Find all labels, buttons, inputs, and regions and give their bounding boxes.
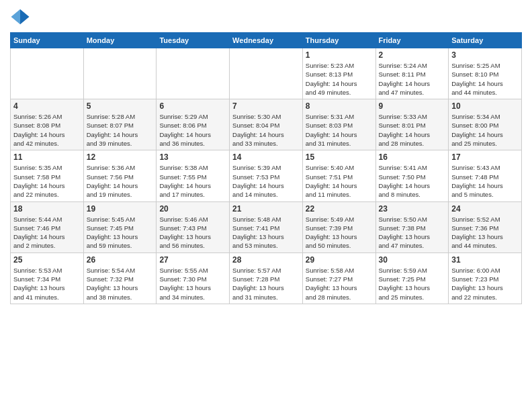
day-cell-28: 28Sunrise: 5:57 AM Sunset: 7:28 PM Dayli… [230, 253, 303, 304]
day-cell-25: 25Sunrise: 5:53 AM Sunset: 7:34 PM Dayli… [11, 253, 84, 304]
day-info-1: Sunrise: 5:23 AM Sunset: 8:13 PM Dayligh… [306, 61, 373, 97]
day-number-8: 8 [306, 101, 373, 111]
weekday-header-friday: Friday [375, 33, 449, 48]
week-row-5: 25Sunrise: 5:53 AM Sunset: 7:34 PM Dayli… [11, 253, 522, 304]
empty-cell [83, 48, 157, 99]
calendar-table: SundayMondayTuesdayWednesdayThursdayFrid… [10, 32, 522, 304]
day-info-31: Sunrise: 6:00 AM Sunset: 7:23 PM Dayligh… [451, 266, 519, 302]
day-info-13: Sunrise: 5:38 AM Sunset: 7:55 PM Dayligh… [159, 163, 226, 199]
day-cell-6: 6Sunrise: 5:29 AM Sunset: 8:06 PM Daylig… [157, 99, 230, 150]
empty-cell [230, 48, 303, 99]
weekday-header-saturday: Saturday [449, 33, 522, 48]
day-info-2: Sunrise: 5:24 AM Sunset: 8:11 PM Dayligh… [379, 61, 446, 97]
day-number-25: 25 [13, 255, 81, 265]
day-info-11: Sunrise: 5:35 AM Sunset: 7:58 PM Dayligh… [13, 163, 81, 199]
day-info-26: Sunrise: 5:54 AM Sunset: 7:32 PM Dayligh… [87, 266, 154, 302]
day-cell-21: 21Sunrise: 5:48 AM Sunset: 7:41 PM Dayli… [230, 201, 303, 253]
day-number-9: 9 [379, 101, 446, 111]
day-info-4: Sunrise: 5:26 AM Sunset: 8:08 PM Dayligh… [13, 112, 81, 148]
day-number-12: 12 [87, 152, 154, 162]
day-cell-2: 2Sunrise: 5:24 AM Sunset: 8:11 PM Daylig… [375, 48, 449, 99]
day-number-27: 27 [159, 255, 226, 265]
calendar-header: SundayMondayTuesdayWednesdayThursdayFrid… [11, 33, 522, 48]
day-info-9: Sunrise: 5:33 AM Sunset: 8:01 PM Dayligh… [379, 112, 446, 148]
day-cell-24: 24Sunrise: 5:52 AM Sunset: 7:36 PM Dayli… [449, 201, 522, 253]
day-number-17: 17 [451, 152, 519, 162]
day-number-11: 11 [13, 152, 81, 162]
day-number-14: 14 [232, 152, 300, 162]
day-info-5: Sunrise: 5:28 AM Sunset: 8:07 PM Dayligh… [87, 112, 154, 148]
day-number-10: 10 [451, 101, 519, 111]
weekday-header-tuesday: Tuesday [157, 33, 230, 48]
day-info-28: Sunrise: 5:57 AM Sunset: 7:28 PM Dayligh… [232, 266, 300, 302]
week-row-1: 1Sunrise: 5:23 AM Sunset: 8:13 PM Daylig… [11, 48, 522, 99]
day-number-6: 6 [159, 101, 226, 111]
logo [10, 7, 33, 27]
day-number-23: 23 [379, 204, 446, 214]
day-cell-23: 23Sunrise: 5:50 AM Sunset: 7:38 PM Dayli… [375, 201, 449, 253]
day-cell-19: 19Sunrise: 5:45 AM Sunset: 7:45 PM Dayli… [83, 201, 157, 253]
header [10, 7, 522, 27]
day-number-5: 5 [87, 101, 154, 111]
day-cell-12: 12Sunrise: 5:36 AM Sunset: 7:56 PM Dayli… [83, 150, 157, 201]
day-info-22: Sunrise: 5:49 AM Sunset: 7:39 PM Dayligh… [306, 215, 373, 250]
day-number-31: 31 [451, 255, 519, 265]
day-info-17: Sunrise: 5:43 AM Sunset: 7:48 PM Dayligh… [451, 163, 519, 199]
day-cell-30: 30Sunrise: 5:59 AM Sunset: 7:25 PM Dayli… [375, 253, 449, 304]
day-number-28: 28 [232, 255, 300, 265]
day-cell-4: 4Sunrise: 5:26 AM Sunset: 8:08 PM Daylig… [11, 99, 84, 150]
svg-marker-1 [11, 9, 21, 25]
day-number-26: 26 [87, 255, 154, 265]
day-number-3: 3 [451, 50, 519, 60]
day-number-1: 1 [306, 50, 373, 60]
day-cell-3: 3Sunrise: 5:25 AM Sunset: 8:10 PM Daylig… [449, 48, 522, 99]
day-info-18: Sunrise: 5:44 AM Sunset: 7:46 PM Dayligh… [13, 215, 81, 250]
day-number-2: 2 [379, 50, 446, 60]
day-number-19: 19 [87, 204, 154, 214]
day-cell-20: 20Sunrise: 5:46 AM Sunset: 7:43 PM Dayli… [157, 201, 230, 253]
day-info-25: Sunrise: 5:53 AM Sunset: 7:34 PM Dayligh… [13, 266, 81, 302]
day-info-20: Sunrise: 5:46 AM Sunset: 7:43 PM Dayligh… [159, 215, 226, 250]
day-info-30: Sunrise: 5:59 AM Sunset: 7:25 PM Dayligh… [379, 266, 446, 302]
day-info-24: Sunrise: 5:52 AM Sunset: 7:36 PM Dayligh… [451, 215, 519, 250]
day-cell-31: 31Sunrise: 6:00 AM Sunset: 7:23 PM Dayli… [449, 253, 522, 304]
day-number-29: 29 [306, 255, 373, 265]
day-info-19: Sunrise: 5:45 AM Sunset: 7:45 PM Dayligh… [87, 215, 154, 250]
day-info-16: Sunrise: 5:41 AM Sunset: 7:50 PM Dayligh… [379, 163, 446, 199]
day-cell-10: 10Sunrise: 5:34 AM Sunset: 8:00 PM Dayli… [449, 99, 522, 150]
day-cell-27: 27Sunrise: 5:55 AM Sunset: 7:30 PM Dayli… [157, 253, 230, 304]
day-info-7: Sunrise: 5:30 AM Sunset: 8:04 PM Dayligh… [232, 112, 300, 148]
day-info-29: Sunrise: 5:58 AM Sunset: 7:27 PM Dayligh… [306, 266, 373, 302]
day-cell-13: 13Sunrise: 5:38 AM Sunset: 7:55 PM Dayli… [157, 150, 230, 201]
day-number-30: 30 [379, 255, 446, 265]
weekday-row: SundayMondayTuesdayWednesdayThursdayFrid… [11, 33, 522, 48]
page: SundayMondayTuesdayWednesdayThursdayFrid… [0, 0, 532, 411]
day-info-21: Sunrise: 5:48 AM Sunset: 7:41 PM Dayligh… [232, 215, 300, 250]
day-number-18: 18 [13, 204, 81, 214]
day-cell-17: 17Sunrise: 5:43 AM Sunset: 7:48 PM Dayli… [449, 150, 522, 201]
day-number-20: 20 [159, 204, 226, 214]
day-number-7: 7 [232, 101, 300, 111]
day-info-23: Sunrise: 5:50 AM Sunset: 7:38 PM Dayligh… [379, 215, 446, 250]
day-info-10: Sunrise: 5:34 AM Sunset: 8:00 PM Dayligh… [451, 112, 519, 148]
day-info-6: Sunrise: 5:29 AM Sunset: 8:06 PM Dayligh… [159, 112, 226, 148]
day-number-13: 13 [159, 152, 226, 162]
day-cell-11: 11Sunrise: 5:35 AM Sunset: 7:58 PM Dayli… [11, 150, 84, 201]
weekday-header-wednesday: Wednesday [230, 33, 303, 48]
weekday-header-thursday: Thursday [302, 33, 375, 48]
day-cell-8: 8Sunrise: 5:31 AM Sunset: 8:03 PM Daylig… [302, 99, 375, 150]
day-cell-5: 5Sunrise: 5:28 AM Sunset: 8:07 PM Daylig… [83, 99, 157, 150]
weekday-header-sunday: Sunday [11, 33, 84, 48]
day-cell-7: 7Sunrise: 5:30 AM Sunset: 8:04 PM Daylig… [230, 99, 303, 150]
day-cell-9: 9Sunrise: 5:33 AM Sunset: 8:01 PM Daylig… [375, 99, 449, 150]
day-number-15: 15 [306, 152, 373, 162]
weekday-header-monday: Monday [83, 33, 157, 48]
day-info-27: Sunrise: 5:55 AM Sunset: 7:30 PM Dayligh… [159, 266, 226, 302]
calendar-body: 1Sunrise: 5:23 AM Sunset: 8:13 PM Daylig… [11, 48, 522, 304]
svg-marker-0 [20, 9, 30, 25]
empty-cell [11, 48, 84, 99]
day-cell-22: 22Sunrise: 5:49 AM Sunset: 7:39 PM Dayli… [302, 201, 375, 253]
week-row-4: 18Sunrise: 5:44 AM Sunset: 7:46 PM Dayli… [11, 201, 522, 253]
day-number-24: 24 [451, 204, 519, 214]
day-number-22: 22 [306, 204, 373, 214]
